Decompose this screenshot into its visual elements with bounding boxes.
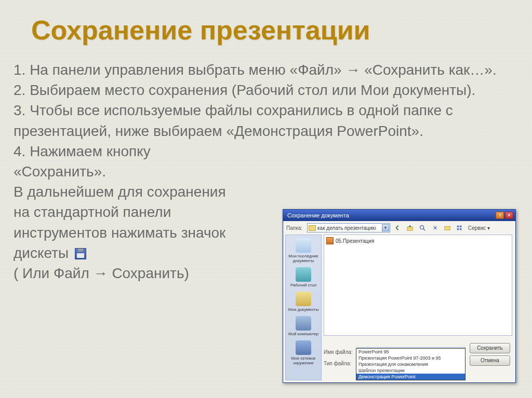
type-option[interactable]: Шаблон презентации bbox=[356, 367, 465, 374]
filetype-dropdown[interactable]: PowerPoint 95 Презентация PowerPoint 97-… bbox=[356, 348, 466, 380]
chevron-down-icon[interactable]: ▾ bbox=[382, 224, 389, 231]
search-button[interactable] bbox=[417, 223, 428, 232]
svg-rect-5 bbox=[460, 226, 462, 228]
svg-rect-4 bbox=[457, 226, 459, 228]
svg-line-2 bbox=[423, 229, 425, 231]
step-4a: 4. Нажимаем кнопку bbox=[14, 141, 278, 161]
place-recent-label: Мои последние документы bbox=[287, 254, 320, 263]
folder-icon bbox=[309, 225, 316, 231]
svg-rect-7 bbox=[460, 228, 462, 230]
step-1: 1. На панели управления выбрать меню «Фа… bbox=[14, 60, 512, 80]
floppy-icon bbox=[75, 248, 86, 259]
place-mycomp[interactable]: Мой компьютер bbox=[287, 316, 320, 336]
file-list[interactable]: 05.Презентация bbox=[324, 235, 512, 336]
step-2: 2. Выбираем место сохранения (Рабочий ст… bbox=[14, 80, 512, 100]
step-5c: инструментов нажимать значок bbox=[14, 223, 284, 243]
type-option[interactable]: PowerPoint 95 bbox=[356, 349, 465, 355]
dialog-title: Сохранение документа bbox=[285, 212, 349, 218]
delete-button[interactable]: ✕ bbox=[430, 223, 440, 232]
places-bar: Мои последние документы Рабочий стол Мои… bbox=[285, 235, 322, 380]
filename-label: Имя файла: bbox=[324, 349, 354, 355]
back-button[interactable] bbox=[392, 223, 403, 232]
help-button[interactable]: ? bbox=[496, 212, 504, 219]
place-recent[interactable]: Мои последние документы bbox=[287, 238, 320, 263]
step-4b: «Сохранить». bbox=[14, 161, 278, 182]
views-button[interactable] bbox=[455, 223, 465, 232]
step-5a: В дальнейшем для сохранения bbox=[14, 182, 284, 202]
place-mydocs-label: Мои документы bbox=[287, 307, 320, 312]
filetype-label: Тип файла: bbox=[324, 361, 354, 366]
folder-value: как делать презентацию bbox=[317, 225, 376, 231]
place-desktop-label: Рабочий стол bbox=[287, 283, 320, 287]
new-folder-button[interactable] bbox=[442, 223, 453, 232]
up-button[interactable] bbox=[405, 223, 415, 232]
save-dialog: Сохранение документа ? ✕ Папка: как дела… bbox=[283, 209, 516, 383]
place-mydocs[interactable]: Мои документы bbox=[287, 292, 320, 312]
file-item[interactable]: 05.Презентация bbox=[326, 237, 510, 244]
step-5d-text: дискеты bbox=[14, 245, 69, 261]
folder-combo[interactable]: как делать презентацию ▾ bbox=[307, 223, 390, 232]
step-5b: на стандартной панели bbox=[14, 202, 284, 222]
step-5d: дискеты bbox=[14, 243, 284, 263]
close-button[interactable]: ✕ bbox=[505, 212, 513, 219]
place-network-label: Мое сетевое окружение bbox=[287, 356, 320, 365]
type-option[interactable]: Презентация PowerPoint 97-2003 и 95 bbox=[356, 355, 465, 361]
svg-rect-0 bbox=[407, 227, 413, 230]
place-mycomp-label: Мой компьютер bbox=[287, 332, 320, 336]
ppt-file-icon bbox=[326, 237, 334, 244]
type-option-selected[interactable]: Демонстрация PowerPoint bbox=[356, 374, 465, 380]
type-option[interactable]: Презентация для ознакомления bbox=[356, 361, 465, 367]
cancel-button[interactable]: Отмена bbox=[470, 355, 510, 366]
folder-label: Папка: bbox=[286, 225, 305, 231]
svg-point-1 bbox=[420, 226, 424, 229]
svg-rect-3 bbox=[445, 226, 450, 230]
step-3: 3. Чтобы все используемые файлы сохранил… bbox=[14, 100, 512, 141]
slide-title: Сохранение презентации bbox=[31, 15, 370, 46]
service-menu[interactable]: Сервис ▾ bbox=[468, 225, 490, 231]
svg-rect-6 bbox=[457, 228, 459, 230]
file-item-label: 05.Презентация bbox=[336, 238, 374, 244]
place-network[interactable]: Мое сетевое окружение bbox=[287, 340, 320, 365]
place-desktop[interactable]: Рабочий стол bbox=[287, 267, 320, 287]
dialog-titlebar[interactable]: Сохранение документа ? ✕ bbox=[283, 210, 515, 221]
dialog-toolbar: Папка: как делать презентацию ▾ ✕ Сервис… bbox=[283, 221, 515, 235]
save-button[interactable]: Сохранить bbox=[470, 343, 510, 353]
